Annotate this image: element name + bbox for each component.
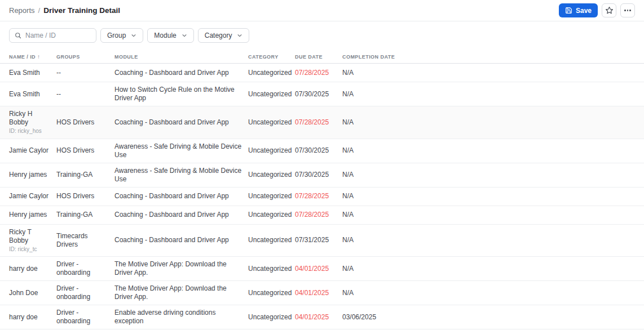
driver-name: Jamie Caylor (9, 192, 52, 200)
chevron-down-icon (182, 33, 187, 38)
cell-completion-date: N/A (342, 233, 635, 248)
search-box[interactable] (9, 28, 96, 43)
page-title: Driver Training Detail (43, 6, 120, 15)
cell-module: Coaching - Dashboard and Driver App (114, 115, 248, 130)
cell-completion-date: N/A (342, 261, 635, 277)
column-header-module[interactable]: MODULE (114, 54, 248, 60)
save-icon (565, 7, 572, 14)
cell-category: Uncategorized (248, 65, 295, 81)
favorite-star-button[interactable] (602, 3, 616, 17)
ellipsis-icon (624, 10, 631, 11)
cell-module: Coaching - Dashboard and Driver App (114, 207, 248, 222)
cell-name: harry doe (9, 261, 56, 277)
chevron-down-icon (237, 33, 242, 38)
module-filter-dropdown[interactable]: Module (147, 28, 193, 43)
table-header-row: NAME / ID ↑ GROUPS MODULE CATEGORY DUE D… (0, 50, 644, 64)
table-row[interactable]: Jamie CaylorHOS DriversCoaching - Dashbo… (0, 188, 644, 206)
cell-completion-date: N/A (342, 167, 635, 182)
cell-category: Uncategorized (248, 115, 295, 130)
category-filter-label: Category (205, 32, 232, 39)
cell-due-date: 07/28/2025 (295, 65, 342, 81)
table-row[interactable]: Eva Smith--How to Switch Cycle Rule on t… (0, 82, 644, 106)
cell-name: Ricky T BobbyID: ricky_tc (9, 225, 56, 257)
search-input[interactable] (25, 32, 91, 39)
column-header-label: GROUPS (56, 54, 80, 60)
cell-due-date: 07/28/2025 (295, 115, 342, 130)
table-row[interactable]: Ricky T BobbyID: ricky_tcTimecards Drive… (0, 225, 644, 257)
cell-completion-date: N/A (342, 115, 635, 130)
cell-name: Jamie Caylor (9, 143, 56, 158)
cell-due-date: 07/28/2025 (295, 207, 342, 222)
driver-name: Henry james (9, 171, 52, 179)
cell-due-date: 04/01/2025 (295, 286, 342, 301)
table-row[interactable]: Jamie CaylorHOS DriversAwareness - Safe … (0, 139, 644, 163)
star-icon (605, 6, 614, 15)
cell-name: Ricky H BobbyID: ricky_hos (9, 106, 56, 139)
cell-name: harry doe (9, 310, 56, 325)
breadcrumb-separator: / (38, 6, 41, 15)
more-options-button[interactable] (620, 3, 635, 17)
table-row[interactable]: Henry jamesTraining-GAAwareness - Safe D… (0, 163, 644, 188)
table-row[interactable]: Eva Smith--Coaching - Dashboard and Driv… (0, 64, 644, 82)
category-filter-dropdown[interactable]: Category (198, 28, 250, 43)
cell-groups: -- (56, 65, 114, 81)
cell-module: Coaching - Dashboard and Driver App (114, 189, 248, 204)
cell-module: Awareness - Safe Driving & Mobile Device… (114, 163, 248, 187)
driver-name: Ricky H Bobby (9, 110, 52, 127)
cell-name: John Doe (9, 286, 56, 301)
column-header-label: DUE DATE (295, 54, 323, 60)
cell-category: Uncategorized (248, 233, 295, 248)
group-filter-label: Group (107, 32, 126, 39)
table-row[interactable]: John DoeDriver - onboardingThe Motive Dr… (0, 281, 644, 305)
cell-groups: HOS Drivers (56, 115, 114, 130)
breadcrumb-reports-link[interactable]: Reports (9, 6, 35, 15)
cell-category: Uncategorized (248, 167, 295, 182)
cell-category: Uncategorized (248, 207, 295, 222)
cell-completion-date: N/A (342, 207, 635, 222)
group-filter-dropdown[interactable]: Group (100, 28, 143, 43)
driver-name: Eva Smith (9, 90, 52, 99)
cell-category: Uncategorized (248, 87, 295, 102)
column-header-completion-date[interactable]: COMPLETION DATE (342, 54, 635, 60)
save-button[interactable]: Save (559, 3, 598, 17)
toolbar-actions: Save (559, 3, 635, 17)
cell-groups: HOS Drivers (56, 143, 114, 158)
column-header-name-id[interactable]: NAME / ID ↑ (9, 53, 56, 60)
cell-due-date: 07/31/2025 (295, 233, 342, 248)
table-row[interactable]: Henry jamesTraining-GACoaching - Dashboa… (0, 206, 644, 225)
driver-name: Eva Smith (9, 69, 52, 77)
chevron-down-icon (131, 33, 136, 38)
search-icon (15, 32, 21, 39)
cell-due-date: 04/01/2025 (295, 261, 342, 277)
driver-name: harry doe (9, 265, 52, 273)
table-row[interactable]: harry doeDriver - onboardingThe Motive D… (0, 257, 644, 281)
cell-groups: -- (56, 87, 114, 102)
column-header-category[interactable]: CATEGORY (248, 54, 295, 60)
cell-completion-date: N/A (342, 87, 635, 102)
cell-name: Eva Smith (9, 87, 56, 102)
column-header-due-date[interactable]: DUE DATE (295, 54, 342, 60)
cell-name: Henry james (9, 207, 56, 222)
cell-groups: Driver - onboarding (56, 305, 114, 329)
top-bar: Reports / Driver Training Detail Save (0, 0, 644, 21)
cell-name: Jamie Caylor (9, 189, 56, 204)
cell-module: The Motive Driver App: Download the Driv… (114, 281, 248, 305)
save-button-label: Save (576, 7, 592, 15)
column-header-label: CATEGORY (248, 54, 279, 60)
cell-completion-date: N/A (342, 143, 635, 158)
cell-module: Awareness - Safe Driving & Mobile Device… (114, 139, 248, 163)
table-row[interactable]: Ricky H BobbyID: ricky_hosHOS DriversCoa… (0, 106, 644, 139)
column-header-label: COMPLETION DATE (342, 54, 395, 60)
cell-module: The Motive Driver App: Download the Driv… (114, 257, 248, 280)
column-header-label: MODULE (114, 54, 138, 60)
column-header-label: NAME / ID (9, 54, 36, 60)
table-body: Eva Smith--Coaching - Dashboard and Driv… (0, 64, 644, 330)
table-row[interactable]: harry doeDriver - onboardingEnable adver… (0, 305, 644, 329)
column-header-groups[interactable]: GROUPS (56, 54, 114, 60)
cell-category: Uncategorized (248, 286, 295, 301)
breadcrumb: Reports / Driver Training Detail (9, 6, 120, 15)
cell-completion-date: N/A (342, 286, 635, 301)
sort-ascending-icon[interactable]: ↑ (37, 53, 40, 60)
driver-id: ID: ricky_hos (9, 128, 52, 135)
cell-completion-date: N/A (342, 189, 635, 204)
